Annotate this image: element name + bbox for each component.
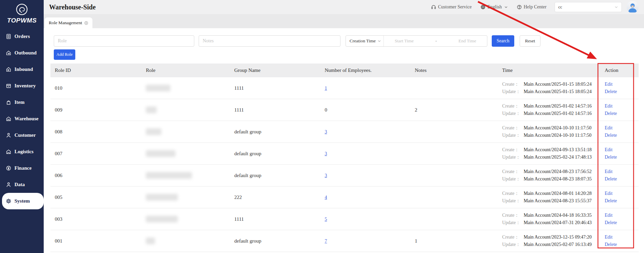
column-header-notes: Notes: [410, 64, 498, 77]
redacted-role-text: [146, 128, 161, 135]
edit-link[interactable]: Edit: [605, 168, 612, 175]
notes-cell: [410, 208, 498, 230]
sidebar-item-label: Warehouse: [14, 116, 38, 122]
sidebar-item-orders[interactable]: Orders: [0, 28, 44, 45]
sidebar-item-system[interactable]: System: [2, 193, 44, 209]
employees-cell: 5: [320, 208, 410, 230]
delete-link[interactable]: Delete: [605, 197, 617, 205]
create-time-label: Create：: [502, 102, 524, 110]
employee-count: 0: [325, 107, 327, 113]
create-time-label: Create：: [502, 212, 524, 219]
help-center-link[interactable]: Help Center: [517, 4, 547, 10]
sidebar-item-item[interactable]: Item: [0, 94, 44, 111]
notes-cell: [410, 186, 498, 208]
outbound-icon: [6, 50, 11, 56]
language-select[interactable]: English: [480, 4, 508, 10]
edit-link[interactable]: Edit: [605, 212, 612, 219]
update-time-label: Update：: [502, 197, 524, 205]
time-cell: Create：Main Account/2025-01-02 14:57:16U…: [498, 99, 600, 121]
user-avatar[interactable]: [627, 1, 639, 13]
time-cell: Create：Main Account/2024-08-01 14:20:28U…: [498, 186, 600, 208]
column-header-time: Time: [498, 64, 600, 77]
update-time-label: Update：: [502, 175, 524, 183]
add-role-button[interactable]: Add Role: [54, 49, 75, 60]
sidebar-item-customer[interactable]: Customer: [0, 127, 44, 143]
edit-link[interactable]: Edit: [605, 234, 612, 241]
reset-button[interactable]: Reset: [520, 35, 540, 47]
table-body: 01011111Create：Main Account/2025-01-15 1…: [50, 77, 639, 252]
delete-link[interactable]: Delete: [605, 219, 617, 226]
headset-icon: [431, 4, 436, 10]
update-time-value: Main Account/2025-01-02 14:57:16: [524, 110, 592, 117]
employee-count-link[interactable]: 4: [325, 195, 327, 200]
time-cell: Create：Main Account/2024-04-18 16:33:35U…: [498, 208, 600, 230]
employees-cell: 7: [320, 230, 410, 252]
create-time-label: Create：: [502, 234, 524, 241]
create-time-value: Main Account/2025-01-02 14:57:16: [524, 102, 592, 110]
end-time-placeholder: End Time: [458, 38, 476, 44]
tab-role-management[interactable]: Role Management: [45, 17, 92, 28]
close-icon[interactable]: [84, 21, 88, 25]
delete-link[interactable]: Delete: [605, 110, 617, 117]
employee-count-link[interactable]: 1: [325, 86, 327, 91]
update-time-label: Update：: [502, 110, 524, 117]
notes-filter-input[interactable]: [199, 35, 340, 47]
sidebar-item-finance[interactable]: Finance: [0, 160, 44, 176]
employee-count-link[interactable]: 5: [325, 217, 327, 222]
search-button[interactable]: Search: [492, 35, 514, 47]
update-time-value: Main Account/2025-01-15 18:05:24: [524, 88, 592, 95]
account-select[interactable]: cc: [555, 2, 622, 12]
sidebar-item-data[interactable]: Data: [0, 176, 44, 193]
edit-link[interactable]: Edit: [605, 81, 612, 88]
delete-link[interactable]: Delete: [605, 241, 617, 248]
create-time-value: Main Account/2024-08-01 14:20:28: [524, 190, 592, 197]
create-time-label: Create：: [502, 81, 524, 88]
edit-link[interactable]: Edit: [605, 124, 612, 132]
sidebar-item-logistics[interactable]: Logistics: [0, 143, 44, 160]
role-filter-input[interactable]: [54, 35, 194, 47]
main-content: Creation Time Start Time - End Time Sear…: [44, 28, 644, 253]
edit-link[interactable]: Edit: [605, 102, 612, 110]
create-time: Create：Main Account/2024-10-10 11:17:50: [502, 124, 596, 132]
create-time: Create：Main Account/2023-12-15 09:47:20: [502, 234, 596, 241]
create-time-value: Main Account/2023-12-15 09:47:20: [524, 234, 592, 241]
edit-link[interactable]: Edit: [605, 146, 612, 154]
employee-count-link[interactable]: 7: [325, 239, 327, 244]
role-id-cell: 001: [50, 230, 142, 252]
redacted-role-text: [146, 238, 155, 244]
column-header-number-of-employees: Number of Employees.: [320, 64, 410, 77]
inventory-icon: [6, 83, 11, 89]
delete-link[interactable]: Delete: [605, 132, 617, 139]
sidebar-item-outbound[interactable]: Outbound: [0, 45, 44, 61]
role-id-cell: 007: [50, 143, 142, 165]
sidebar-item-warehouse[interactable]: Warehouse: [0, 111, 44, 127]
delete-link[interactable]: Delete: [605, 175, 617, 183]
employee-count-link[interactable]: 3: [325, 129, 327, 134]
action-cell: EditDelete: [600, 77, 639, 99]
table-row: 00311115Create：Main Account/2024-04-18 1…: [50, 208, 639, 230]
sidebar-item-inventory[interactable]: Inventory: [0, 78, 44, 94]
chevron-down-icon: [504, 5, 508, 9]
sidebar-item-inbound[interactable]: Inbound: [0, 61, 44, 78]
table-row: 009111102Create：Main Account/2025-01-02 …: [50, 99, 639, 121]
role-cell: [142, 121, 230, 143]
logistics-icon: [6, 149, 11, 155]
date-range-picker[interactable]: Start Time - End Time: [384, 36, 487, 46]
create-time-value: Main Account/2025-01-15 18:05:24: [524, 81, 592, 88]
sidebar-item-label: Data: [14, 182, 25, 187]
range-separator: -: [435, 38, 437, 44]
employee-count-link[interactable]: 3: [325, 173, 327, 178]
delete-link[interactable]: Delete: [605, 88, 617, 95]
create-time-value: Main Account/2024-08-23 17:56:52: [524, 168, 592, 175]
edit-link[interactable]: Edit: [605, 190, 612, 197]
roles-table: Role IDRoleGroup NameNumber of Employees…: [50, 64, 639, 252]
time-type-select[interactable]: Creation Time: [346, 36, 384, 46]
group-name-cell: default group: [230, 230, 320, 252]
time-cell: Create：Main Account/2023-12-15 09:47:20U…: [498, 230, 600, 252]
update-time: Update：Main Account/2025-02-24 17:48:13: [502, 154, 596, 161]
employee-count-link[interactable]: 3: [325, 151, 327, 156]
tab-label: Role Management: [49, 20, 82, 26]
delete-link[interactable]: Delete: [605, 154, 617, 161]
sidebar-item-label: System: [14, 198, 30, 204]
customer-service-link[interactable]: Customer Service: [431, 4, 472, 10]
